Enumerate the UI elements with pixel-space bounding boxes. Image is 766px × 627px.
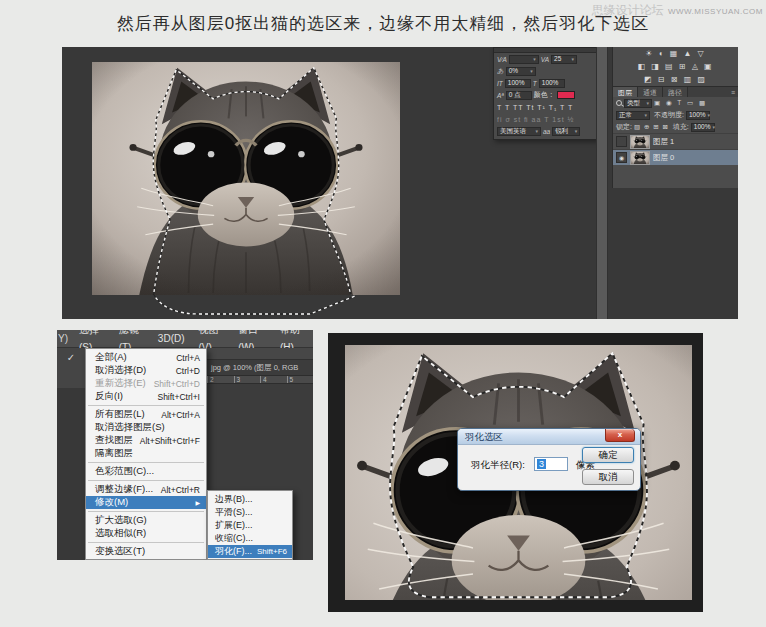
submenu-arrow-icon: ▶ [195,499,200,506]
menu-separator [88,480,204,481]
menu-item-all-layers[interactable]: 所有图层(L)Alt+Ctrl+A [86,408,206,421]
close-icon[interactable]: x [605,429,635,442]
lock-label: 锁定: [616,122,632,132]
ruler-tick: 2 [207,376,234,383]
ruler: 2 3 4 5 [207,375,313,384]
panel-menu-icon[interactable]: ≡ [728,87,738,97]
menu-bar: Y) 选择(S) 滤镜(T) 3D(D) 视图(V) 窗口(W) 帮助(H) [57,330,313,348]
menu-item-select-all[interactable]: 全部(A)Ctrl+A [86,351,206,364]
menu-separator [88,511,204,512]
menu-item-color-range[interactable]: 色彩范围(C)... [86,465,206,478]
modify-submenu: 边界(B)... 平滑(S)... 扩展(E)... 收缩(C)... 羽化(F… [207,490,293,560]
menu-separator [88,405,204,406]
ruler-tick: 3 [234,376,261,383]
proportional-spacing-field[interactable]: 0%▾ [506,67,536,76]
feather-radius-input[interactable]: 3 [534,457,568,471]
proportional-spacing-icon: あ [497,67,504,76]
options-bar [207,348,313,360]
photoshop-canvas-screenshot: V∕A ▾ VA 25▾ あ 0%▾ IT 100% T 100% Aª 0 点… [62,47,738,319]
commit-check-icon[interactable]: ✓ [57,352,85,363]
layer-row-0-selected[interactable]: ◉ 图层 0 [613,149,738,165]
tab-layers[interactable]: 图层 [613,87,638,97]
layer-filter-icons[interactable]: ▣ ◉ T ▭ ▩ [654,99,707,107]
horizontal-scale-field[interactable]: 100% [539,79,565,88]
watermark-url: WWW.MISSYUAN.COM [668,7,763,16]
menu-item-isolate-layers[interactable]: 隔离图层 [86,447,206,460]
text-color-swatch[interactable] [557,91,575,99]
watermark-site: 思缘设计论坛 [591,3,663,17]
menu-3d[interactable]: 3D(D) [151,330,192,348]
vertical-scale-icon: IT [497,80,503,87]
layer-row-1[interactable]: 图层 1 [613,133,738,149]
layer-filter-select[interactable]: 类型▾ [624,99,652,108]
menu-separator [88,462,204,463]
adjustments-icons-row[interactable]: ◩ ⊟ ⊠ ▥ ▨ [613,73,738,86]
document-tab[interactable]: jpg @ 100% (图层 0, RGB [207,360,313,375]
anti-alias-icon: aa [543,128,550,135]
baseline-shift-icon: Aª [497,92,504,99]
color-label: 颜色： [534,90,555,100]
cancel-button[interactable]: 取消 [582,469,634,485]
filter-search-icon [616,100,622,106]
menu-item-grow[interactable]: 扩大选取(G) [86,514,206,527]
menu-item-transform-selection[interactable]: 变换选区(T) [86,545,206,558]
panel-dock-divider[interactable] [596,47,608,319]
ligature-buttons[interactable]: fi σ st ﬁ aa T 1st ½ [497,116,574,123]
menu-item-refine-edge[interactable]: 调整边缘(F)...Alt+Ctrl+R [86,483,206,496]
horizontal-scale-icon: T [533,80,537,87]
menu-item-modify[interactable]: 修改(M)▶ [86,496,206,509]
menu-type-partial[interactable]: Y) [57,330,72,348]
blend-mode-select[interactable]: 正常▾ [616,111,650,120]
character-panel: V∕A ▾ VA 25▾ あ 0%▾ IT 100% T 100% Aª 0 点… [493,47,597,140]
options-bar-fragment: ✓ [57,348,85,560]
language-select[interactable]: 美国英语▾ [497,127,541,136]
visibility-eye-icon[interactable]: ◉ [616,152,627,163]
panel-tabs: 图层 通道 路径 ≡ [613,86,738,97]
submenu-item-expand[interactable]: 扩展(E)... [208,519,292,532]
adjustments-icons-row[interactable]: ☀ ◐ ▦ ▲ ▽ [613,47,738,60]
menu-separator [88,542,204,543]
menu-item-inverse[interactable]: 反向(I)Shift+Ctrl+I [86,390,206,403]
opacity-label: 不透明度: [654,110,684,120]
tracking-icon: VA [541,56,549,63]
feather-dialog-screenshot: 羽化选区 x 羽化半径(R): 3 像素 确定 取消 [328,333,703,612]
submenu-item-feather[interactable]: 羽化(F)...Shift+F6 [208,545,292,558]
adjustments-icons-row[interactable]: ◧ ◨ ▤ ⊞ ◬ ▣ [613,60,738,73]
layer-name: 图层 1 [653,137,674,147]
kerning-field[interactable]: ▾ [509,55,539,64]
opacity-field[interactable]: 100%▾ [686,111,710,120]
vertical-scale-field[interactable]: 100% [505,79,531,88]
font-style-buttons[interactable]: T T TT Tt T¹ T₁ T T [497,104,573,111]
cat-photo [92,62,400,295]
kerning-icon: V∕A [497,56,507,63]
visibility-toggle-icon[interactable] [616,136,627,147]
layer-thumbnail [630,151,650,165]
select-menu-screenshot: Y) 选择(S) 滤镜(T) 3D(D) 视图(V) 窗口(W) 帮助(H) ✓… [57,330,313,560]
select-menu-dropdown: 全部(A)Ctrl+A 取消选择(D)Ctrl+D 重新选择(E)Shift+C… [85,348,207,560]
menu-item-deselect[interactable]: 取消选择(D)Ctrl+D [86,364,206,377]
fill-label: 填充: [673,122,689,132]
submenu-item-smooth[interactable]: 平滑(S)... [208,506,292,519]
menu-item-similar[interactable]: 选取相似(R) [86,527,206,540]
ruler-tick: 4 [260,376,287,383]
tracking-field[interactable]: 25▾ [551,55,577,64]
lock-icons[interactable]: ▨ ⊕ ⊞ ⊠ [634,123,669,131]
ok-button[interactable]: 确定 [582,447,634,463]
submenu-item-contract[interactable]: 收缩(C)... [208,532,292,545]
submenu-item-border[interactable]: 边界(B)... [208,493,292,506]
baseline-shift-field[interactable]: 0 点 [506,91,532,100]
watermark: 思缘设计论坛 WWW.MISSYUAN.COM [591,3,763,17]
fill-field[interactable]: 100%▾ [691,123,715,132]
menu-item-find-layers[interactable]: 查找图层Alt+Shift+Ctrl+F [86,434,206,447]
menu-item-deselect-layers[interactable]: 取消选择图层(S) [86,421,206,434]
menu-item-reselect: 重新选择(E)Shift+Ctrl+D [86,377,206,390]
ruler-tick: 5 [287,376,314,383]
layers-dock: ☀ ◐ ▦ ▲ ▽ ◧ ◨ ▤ ⊞ ◬ ▣ ◩ ⊟ ⊠ ▥ ▨ 图层 通道 路径… [612,47,738,188]
tab-channels[interactable]: 通道 [638,87,663,97]
selection-marching-ants-extension [147,292,362,319]
anti-alias-select[interactable]: 锐利▾ [552,127,580,136]
layer-thumbnail [630,135,650,149]
feather-selection-dialog: 羽化选区 x 羽化半径(R): 3 像素 确定 取消 [457,428,641,491]
tab-paths[interactable]: 路径 [663,87,688,97]
toolbar-fragment [57,388,85,560]
